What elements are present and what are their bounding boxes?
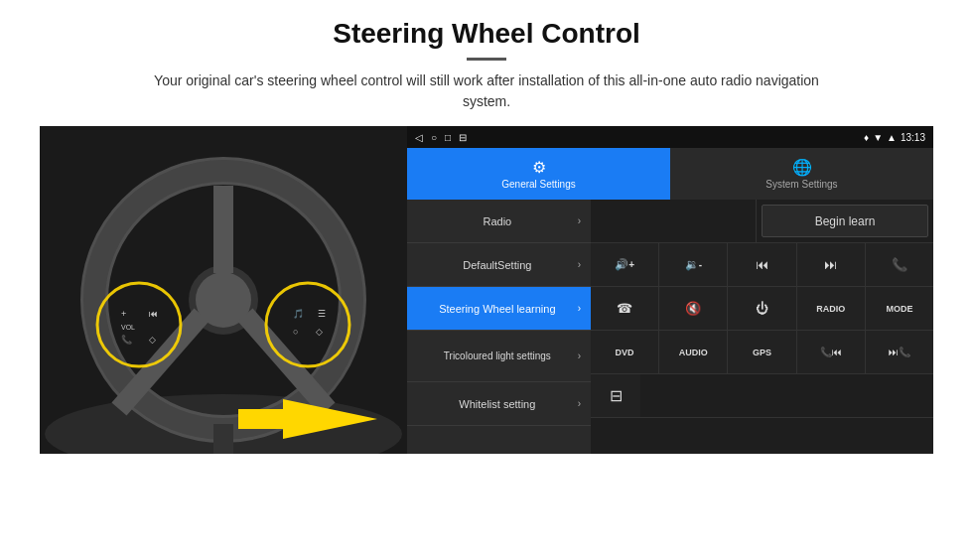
begin-learn-button[interactable]: Begin learn: [762, 205, 928, 237]
vol-down-button[interactable]: 🔉-: [659, 243, 728, 286]
menu-item-radio-label: Radio: [417, 215, 578, 227]
photo-panel: + VOL ⏮ 📞 ◇ 🎵 ☰ ○ ◇: [40, 126, 407, 454]
page-container: Steering Wheel Control Your original car…: [0, 0, 973, 560]
svg-text:VOL: VOL: [121, 324, 135, 331]
svg-rect-22: [238, 409, 293, 429]
page-title: Steering Wheel Control: [333, 18, 640, 50]
settings-tabs: ⚙ General Settings 🌐 System Settings: [407, 148, 933, 200]
svg-text:○: ○: [293, 327, 298, 337]
wifi-icon: ▲: [887, 132, 897, 143]
vol-up-button[interactable]: 🔊+: [591, 243, 659, 286]
pickup-button[interactable]: ☎: [591, 287, 659, 330]
menu-item-tricoloured-label: Tricoloured light settings: [417, 350, 578, 361]
main-area: Radio › DefaultSetting › Steering Wheel …: [407, 200, 933, 454]
chevron-icon: ›: [578, 398, 581, 409]
ctrl-row-2: ☎ 🔇 ⏻ RADIO MODE: [591, 287, 933, 331]
status-bar-left: ◁ ○ □ ⊟: [415, 132, 467, 143]
settings-icon: 🌐: [792, 158, 812, 177]
menu-item-radio[interactable]: Radio ›: [407, 200, 591, 243]
radio-button[interactable]: RADIO: [797, 287, 866, 330]
ctrl-row-top: Begin learn: [591, 200, 933, 243]
time-display: 13:13: [901, 132, 925, 143]
tel-prev-icon: 📞⏮: [820, 347, 842, 357]
ctrl-row-4: ⊟: [591, 374, 933, 418]
next-track-button[interactable]: ⏭: [797, 243, 866, 286]
gps-button[interactable]: GPS: [728, 331, 796, 373]
tel-next-button[interactable]: ⏭📞: [866, 331, 933, 373]
menu-icon-button[interactable]: ⊟: [591, 374, 640, 417]
svg-text:+: +: [121, 309, 126, 319]
audio-label: AUDIO: [679, 348, 708, 357]
steering-wheel-bg: + VOL ⏮ 📞 ◇ 🎵 ☰ ○ ◇: [40, 126, 407, 454]
menu-item-tricoloured[interactable]: Tricoloured light settings ›: [407, 331, 591, 382]
mute-icon: 🔇: [685, 301, 701, 316]
tab-system-label: System Settings: [765, 179, 837, 190]
vol-down-icon: 🔉-: [685, 258, 702, 271]
list-icon: ⊟: [610, 386, 623, 405]
tel-prev-button[interactable]: 📞⏮: [797, 331, 866, 373]
tab-system[interactable]: 🌐 System Settings: [670, 148, 933, 200]
ctrl-row-3: DVD AUDIO GPS 📞⏮ ⏭📞: [591, 331, 933, 374]
audio-button[interactable]: AUDIO: [659, 331, 728, 373]
title-divider: [467, 58, 506, 61]
nav-square-icon[interactable]: □: [445, 132, 451, 143]
nav-menu-icon[interactable]: ⊟: [459, 132, 467, 143]
prev-track-icon: ⏮: [756, 257, 768, 272]
status-bar-right: ♦ ▼ ▲ 13:13: [864, 132, 925, 143]
vol-up-icon: 🔊+: [615, 258, 634, 271]
tab-general[interactable]: ⚙ General Settings: [407, 148, 670, 200]
radio-label: RADIO: [816, 304, 845, 314]
svg-text:⏮: ⏮: [149, 309, 158, 319]
mode-button[interactable]: MODE: [866, 287, 933, 330]
chevron-icon: ›: [578, 350, 581, 361]
chevron-icon: ›: [578, 303, 581, 314]
ctrl-empty-cell: [591, 200, 757, 242]
menu-item-default-label: DefaultSetting: [417, 259, 578, 271]
gps-label: GPS: [753, 348, 771, 357]
next-track-icon: ⏭: [824, 257, 837, 272]
subtitle: Your original car's steering wheel contr…: [139, 70, 834, 112]
signal-icon: ▼: [873, 132, 883, 143]
menu-item-whitelist-label: Whitelist setting: [417, 398, 578, 410]
menu-list: Radio › DefaultSetting › Steering Wheel …: [407, 200, 591, 454]
tab-general-label: General Settings: [501, 179, 576, 190]
svg-text:☰: ☰: [318, 309, 326, 319]
chevron-icon: ›: [578, 215, 581, 226]
pickup-icon: ☎: [617, 301, 632, 316]
mute-button[interactable]: 🔇: [659, 287, 728, 330]
device-panel: ◁ ○ □ ⊟ ♦ ▼ ▲ 13:13 ⚙ General Settings: [407, 126, 933, 454]
phone-icon: 📞: [892, 257, 907, 272]
mode-label: MODE: [886, 304, 912, 314]
tel-next-icon: ⏭📞: [889, 347, 910, 357]
chevron-icon: ›: [578, 259, 581, 270]
prev-track-button[interactable]: ⏮: [728, 243, 796, 286]
menu-item-steering-label: Steering Wheel learning: [417, 303, 578, 315]
svg-text:📞: 📞: [121, 334, 133, 346]
controls-grid: Begin learn 🔊+ 🔉- ⏮: [591, 200, 933, 454]
power-icon: ⏻: [756, 301, 768, 316]
svg-text:◇: ◇: [149, 335, 156, 345]
location-icon: ♦: [864, 132, 869, 143]
dvd-button[interactable]: DVD: [591, 331, 659, 373]
gear-icon: ⚙: [532, 158, 546, 177]
nav-home-icon[interactable]: ○: [431, 132, 437, 143]
phone-button[interactable]: 📞: [866, 243, 933, 286]
menu-item-steering[interactable]: Steering Wheel learning ›: [407, 287, 591, 331]
dvd-label: DVD: [616, 348, 634, 357]
ctrl-row-1: 🔊+ 🔉- ⏮ ⏭ 📞: [591, 243, 933, 287]
menu-item-default[interactable]: DefaultSetting ›: [407, 243, 591, 287]
menu-item-whitelist[interactable]: Whitelist setting ›: [407, 382, 591, 426]
svg-text:🎵: 🎵: [293, 308, 305, 320]
status-bar: ◁ ○ □ ⊟ ♦ ▼ ▲ 13:13: [407, 126, 933, 148]
power-button[interactable]: ⏻: [728, 287, 796, 330]
nav-back-icon[interactable]: ◁: [415, 132, 423, 143]
svg-text:◇: ◇: [316, 327, 323, 337]
content-row: + VOL ⏮ 📞 ◇ 🎵 ☰ ○ ◇: [40, 126, 933, 550]
svg-rect-9: [213, 424, 233, 454]
